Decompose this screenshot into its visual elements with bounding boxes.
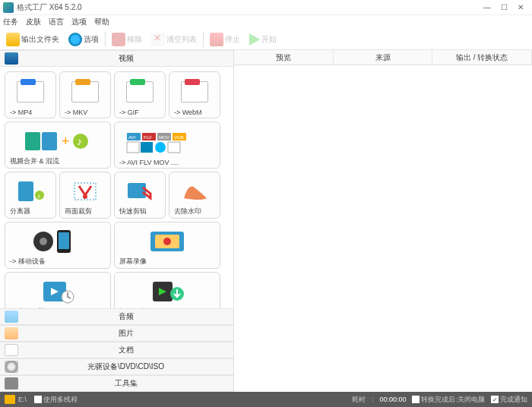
col-output-status[interactable]: 输出 / 转换状态 — [432, 50, 532, 65]
svg-rect-14 — [141, 142, 153, 153]
svg-text:MOV: MOV — [159, 135, 169, 140]
tool-category-icon — [5, 377, 18, 390]
menubar: 任务 皮肤 语言 选项 帮助 — [0, 15, 532, 29]
svg-point-15 — [155, 142, 166, 153]
svg-rect-16 — [168, 142, 180, 153]
card-crop[interactable]: 画面裁剪 — [59, 172, 111, 219]
output-folder-button[interactable]: 输出文件夹 — [3, 31, 62, 48]
svg-text:♪: ♪ — [37, 192, 41, 200]
start-button[interactable]: 开始 — [246, 32, 280, 47]
app-icon — [3, 2, 14, 13]
svg-rect-13 — [127, 142, 139, 153]
category-toolset[interactable]: 工具集 — [0, 375, 233, 392]
menu-help[interactable]: 帮助 — [94, 17, 109, 27]
multithread-toggle[interactable]: 使用多线程 — [34, 395, 78, 405]
svg-rect-0 — [25, 132, 40, 150]
main-area: 视频 -> MP4 -> MKV -> GIF -> WebM +♪ 视频合并 … — [0, 50, 532, 392]
category-picture[interactable]: 图片 — [0, 325, 233, 342]
card-merge[interactable]: +♪ 视频合并 & 混流 — [5, 121, 111, 169]
card-webm[interactable]: -> WebM — [169, 71, 220, 118]
window-title: 格式工厂 X64 5.2.0 — [17, 2, 479, 13]
svg-text:AVI: AVI — [128, 135, 136, 140]
category-audio[interactable]: 音频 — [0, 308, 233, 325]
video-grid: -> MP4 -> MKV -> GIF -> WebM +♪ 视频合并 & 混… — [0, 67, 233, 308]
audio-category-icon — [5, 311, 18, 323]
checkbox-icon — [412, 396, 420, 403]
svg-rect-17 — [18, 181, 33, 201]
list-header: 预览 来源 输出 / 转换状态 — [234, 50, 532, 65]
options-icon — [68, 33, 82, 46]
menu-language[interactable]: 语言 — [49, 17, 64, 27]
play-icon — [249, 33, 260, 46]
category-document[interactable]: 文档 — [0, 342, 233, 358]
svg-rect-22 — [128, 183, 146, 198]
clear-list-button[interactable]: 清空列表 — [148, 31, 200, 48]
svg-text:VOB: VOB — [174, 135, 184, 140]
svg-point-24 — [40, 238, 47, 245]
options-button[interactable]: 选项 — [65, 31, 102, 48]
disc-category-icon — [5, 361, 18, 373]
col-preview[interactable]: 预览 — [234, 50, 334, 65]
menu-option[interactable]: 选项 — [71, 17, 87, 27]
svg-rect-1 — [42, 132, 57, 150]
left-panel: 视频 -> MP4 -> MKV -> GIF -> WebM +♪ 视频合并 … — [0, 50, 234, 392]
svg-text:+: + — [62, 134, 70, 149]
col-source[interactable]: 来源 — [334, 50, 433, 65]
picture-category-icon — [5, 327, 18, 339]
card-mobile[interactable]: -> 移动设备 — [5, 222, 111, 269]
card-screenrec[interactable]: 屏幕录像 — [114, 222, 220, 269]
folder-icon — [6, 33, 20, 46]
statusbar: E:\ 使用多线程 耗时: 00:00:00 转换完成后:关闭电脑 ✓完成通知 — [0, 392, 532, 407]
stop-icon — [210, 33, 223, 46]
separator — [105, 32, 106, 47]
right-panel: 预览 来源 输出 / 转换状态 — [234, 50, 532, 392]
elapsed-label: 耗时 — [352, 395, 366, 405]
video-icon — [112, 33, 125, 46]
menu-skin[interactable]: 皮肤 — [26, 17, 41, 27]
card-quickcut[interactable]: 快速剪辑 — [114, 172, 166, 219]
task-list-empty — [234, 65, 532, 392]
svg-text:FLV: FLV — [144, 135, 152, 140]
category-video[interactable]: 视频 — [0, 50, 233, 67]
minimize-button[interactable]: — — [479, 2, 496, 14]
svg-point-29 — [163, 238, 171, 245]
close-button[interactable]: ✕ — [512, 2, 529, 14]
svg-text:♪: ♪ — [77, 135, 82, 147]
menu-task[interactable]: 任务 — [3, 17, 18, 27]
after-done-toggle[interactable]: 转换完成后:关闭电脑 — [412, 395, 485, 405]
category-disc[interactable]: 光驱设备\DVD\CD\ISO — [0, 358, 233, 375]
checkbox-icon — [34, 396, 42, 403]
separator — [203, 32, 204, 47]
card-gif[interactable]: -> GIF — [114, 71, 166, 118]
card-player[interactable]: 格式播放器 — [5, 272, 111, 308]
card-download[interactable]: 视频下载 — [114, 272, 220, 308]
titlebar: 格式工厂 X64 5.2.0 — ☐ ✕ — [0, 0, 532, 15]
delete-icon — [151, 33, 165, 46]
card-watermark[interactable]: 去除水印 — [169, 172, 220, 219]
document-category-icon — [5, 344, 18, 356]
checkbox-icon: ✓ — [491, 396, 499, 403]
stop-button[interactable]: 停止 — [207, 31, 243, 48]
output-path[interactable]: E:\ — [18, 396, 27, 403]
video-category-icon — [5, 52, 18, 65]
maximize-button[interactable]: ☐ — [496, 2, 512, 14]
remove-button[interactable]: 移除 — [109, 31, 145, 48]
card-splitter[interactable]: ♪分离器 — [5, 172, 56, 219]
elapsed-value: 00:00:00 — [379, 396, 406, 403]
svg-point-21 — [83, 194, 87, 199]
card-avi-etc[interactable]: AVIFLVMOVVOB -> AVI FLV MOV .... — [114, 121, 220, 169]
toolbar: 输出文件夹 选项 移除 清空列表 停止 开始 — [0, 29, 532, 50]
output-path-icon[interactable] — [5, 395, 15, 404]
card-mkv[interactable]: -> MKV — [59, 71, 111, 118]
svg-rect-26 — [59, 232, 69, 249]
done-notify-toggle[interactable]: ✓完成通知 — [491, 395, 527, 405]
card-mp4[interactable]: -> MP4 — [5, 71, 56, 118]
